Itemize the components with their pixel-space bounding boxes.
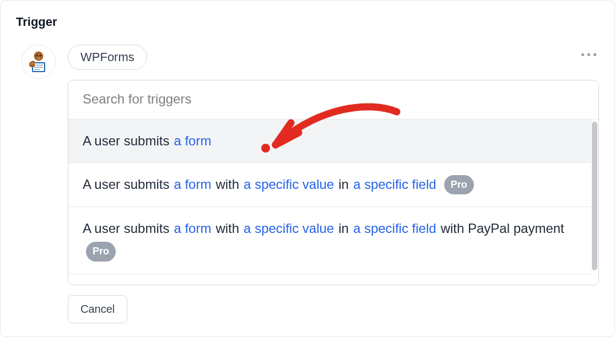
svg-rect-11 <box>34 69 40 70</box>
svg-point-0 <box>34 52 44 61</box>
svg-point-6 <box>38 57 39 58</box>
trigger-option-token: a specific value <box>244 219 334 238</box>
trigger-option-text: A user submits <box>83 219 169 238</box>
svg-rect-9 <box>34 65 43 66</box>
scrollbar[interactable] <box>591 119 598 285</box>
integration-avatar <box>21 45 56 79</box>
trigger-options-list: A user submitsa formA user submitsa form… <box>68 119 591 285</box>
trigger-option-text: in <box>338 175 349 194</box>
trigger-option-token: a specific value <box>244 175 334 194</box>
trigger-option-text: A user submits <box>83 175 169 194</box>
trigger-option-text: with <box>215 175 239 194</box>
trigger-option-text: with <box>215 219 239 238</box>
trigger-option-token: a form <box>174 175 211 194</box>
trigger-option[interactable]: A user submitsa formwitha specific value… <box>68 207 591 274</box>
integration-tag[interactable]: WPForms <box>68 45 147 70</box>
svg-point-4 <box>40 55 41 56</box>
trigger-option-token: a specific field <box>353 219 436 238</box>
trigger-option-token: a form <box>174 132 211 150</box>
trigger-option[interactable]: A user submitsa formwith PayPal paymentP… <box>68 274 591 285</box>
more-options-icon[interactable]: ••• <box>581 49 599 60</box>
section-title: Trigger <box>1 1 614 29</box>
trigger-option-text: in <box>338 219 349 238</box>
svg-point-3 <box>36 55 37 56</box>
wpforms-logo-icon <box>27 50 50 73</box>
pro-badge: Pro <box>86 242 116 261</box>
scrollbar-thumb[interactable] <box>592 122 597 270</box>
trigger-combobox: A user submitsa formA user submitsa form… <box>68 80 599 285</box>
pro-badge: Pro <box>444 175 474 194</box>
trigger-option-token: a form <box>174 219 211 238</box>
trigger-option[interactable]: A user submitsa formwitha specific value… <box>68 162 591 207</box>
trigger-option[interactable]: A user submitsa form <box>68 119 591 162</box>
trigger-search-input[interactable] <box>68 80 598 119</box>
cancel-button[interactable]: Cancel <box>68 295 127 323</box>
trigger-option-text: with PayPal payment <box>441 219 564 238</box>
svg-rect-10 <box>34 67 43 68</box>
trigger-option-token: a specific field <box>353 175 436 194</box>
trigger-option-text: A user submits <box>83 132 169 150</box>
